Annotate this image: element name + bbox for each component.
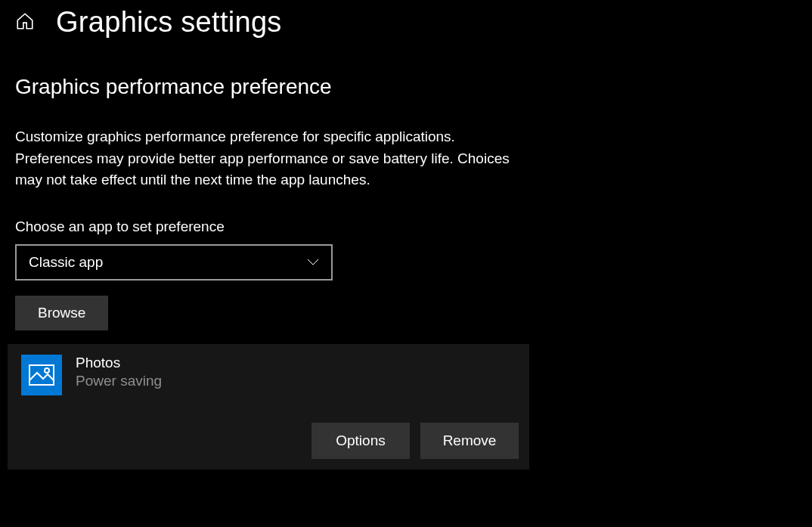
dropdown-selected-value: Classic app [29, 254, 103, 271]
description-text: Customize graphics performance preferenc… [15, 126, 514, 191]
app-name: Photos [76, 355, 162, 371]
options-button[interactable]: Options [311, 423, 410, 459]
chevron-down-icon [307, 256, 319, 269]
home-icon[interactable] [15, 11, 35, 34]
dropdown-label: Choose an app to set preference [15, 219, 514, 235]
app-preference-card: Photos Power saving Options Remove [8, 344, 529, 470]
app-type-dropdown[interactable]: Classic app [15, 244, 333, 281]
remove-button[interactable]: Remove [420, 423, 519, 459]
svg-rect-0 [29, 365, 54, 385]
photos-app-icon [21, 355, 62, 395]
section-heading: Graphics performance preference [15, 75, 514, 99]
browse-button[interactable]: Browse [15, 296, 108, 330]
app-row[interactable]: Photos Power saving [21, 355, 519, 395]
page-title: Graphics settings [56, 6, 282, 39]
app-status: Power saving [76, 373, 162, 389]
svg-point-1 [45, 368, 49, 373]
